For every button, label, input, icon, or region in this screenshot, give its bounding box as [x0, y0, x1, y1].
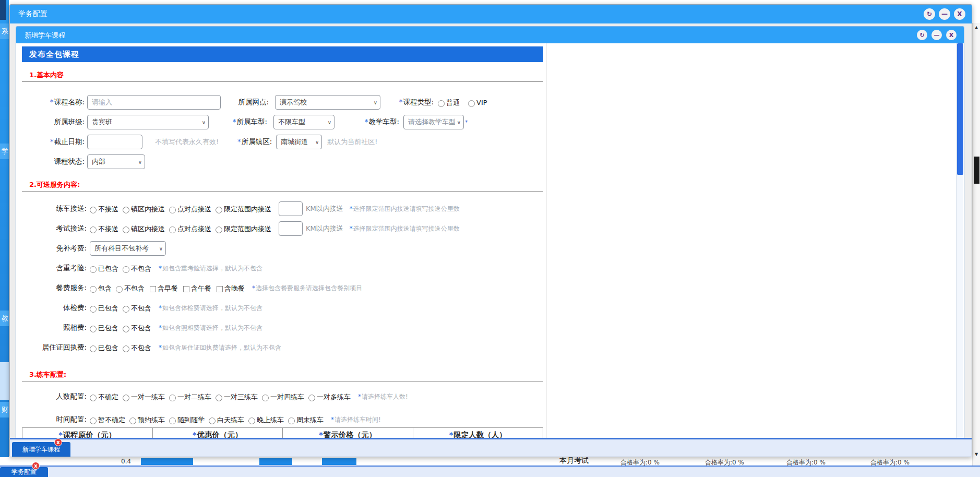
photo-radio-excluded[interactable]: 不包含: [123, 324, 151, 332]
inner-refresh-button[interactable]: ↻: [917, 30, 927, 40]
residence-radio-included[interactable]: 已包含: [90, 343, 118, 352]
course-name-input[interactable]: 请输入: [87, 95, 221, 110]
time-radio-3[interactable]: 白天练车: [209, 415, 244, 424]
practice-pickup-km-input[interactable]: [279, 201, 303, 216]
time-radio-2[interactable]: 随到随学: [169, 415, 205, 424]
dialog-scrollbar-thumb[interactable]: [957, 43, 963, 175]
sidebar-item-finance[interactable]: 财: [0, 402, 9, 418]
meal-radio-excluded[interactable]: 不包含: [116, 284, 145, 293]
practice-pickup-note: *选择限定范围内接送请填写接送公里数: [350, 205, 460, 213]
practice-pickup-radio-range[interactable]: 限定范围内接送: [216, 205, 271, 213]
practice-pickup-radio-none[interactable]: 不接送: [90, 205, 118, 213]
background-blue-bar: [141, 458, 193, 465]
meal-radio-included[interactable]: 包含: [90, 284, 112, 293]
physical-radio-included[interactable]: 已包含: [90, 304, 118, 313]
checkbox-icon: [217, 286, 223, 292]
radio-icon: [90, 226, 97, 233]
page-scrollbar[interactable]: ▲ ▼: [972, 23, 980, 466]
photo-radio-included[interactable]: 已包含: [90, 324, 118, 332]
inner-minimize-button[interactable]: —: [931, 30, 942, 40]
time-radio-5[interactable]: 周末练车: [288, 415, 324, 424]
people-radio-1[interactable]: 一对一练车: [123, 392, 165, 401]
exam-pickup-km-input[interactable]: [279, 221, 303, 236]
time-radio-4[interactable]: 晚上练车: [248, 415, 284, 424]
dialog-scrollbar[interactable]: [956, 43, 963, 438]
inner-close-button[interactable]: X: [946, 30, 957, 40]
radio-icon: [169, 395, 176, 401]
sidebar-item-label: 财: [2, 406, 8, 413]
form-row-practice-pickup: 练车接送: 不接送 镇区内接送 点对点接送 限定范围内接送 KM以内接送 *选择…: [22, 201, 546, 217]
form-row-basic-3: *截止日期: 不填写代表永久有效! *所属镇区: 南城街道∨ 默认为当前社区!: [22, 134, 546, 150]
sidebar-item-academic[interactable]: 学: [0, 144, 9, 159]
taskbar-tab-academic-config[interactable]: 学务配置: [0, 467, 48, 477]
meal-check-dinner[interactable]: 含晚餐: [217, 284, 245, 293]
physical-radio-excluded[interactable]: 不包含: [123, 304, 151, 313]
time-radio-0[interactable]: 暂不确定: [90, 415, 125, 424]
practice-pickup-radio-p2p[interactable]: 点对点接送: [169, 205, 211, 213]
sidebar-item-teaching[interactable]: 教: [0, 311, 9, 326]
people-radio-4[interactable]: 一对四练车: [262, 392, 304, 401]
monthly-exam-label: 本月考试: [559, 456, 589, 466]
retake-insurance-radio-included[interactable]: 已包含: [90, 264, 118, 273]
people-radio-3[interactable]: 一对三练车: [216, 392, 258, 401]
time-radio-1[interactable]: 预约练车: [129, 415, 165, 424]
deadline-input[interactable]: [87, 135, 142, 149]
outer-titlebar[interactable]: 学务配置 ↻ — X: [10, 5, 972, 23]
outer-refresh-button[interactable]: ↻: [924, 8, 935, 20]
required-mark: *: [465, 119, 468, 126]
status-select[interactable]: 内部∨: [87, 154, 145, 169]
price-table: *课程原价（元） *优惠价（元） *警示价格（元） *限定人数（人）: [22, 427, 543, 438]
meal-check-lunch[interactable]: 含午餐: [183, 284, 211, 293]
exam-pickup-radio-none[interactable]: 不接送: [90, 224, 118, 233]
radio-icon: [90, 418, 97, 424]
inner-titlebar[interactable]: 新增学车课程 ↻ — X: [16, 27, 964, 43]
retake-fee-label: 免补考费:: [22, 244, 87, 253]
district-note: 默认为当前社区!: [327, 137, 377, 147]
tab-close-badge[interactable]: x: [54, 438, 62, 446]
tab-close-badge[interactable]: x: [32, 462, 40, 470]
branch-select[interactable]: 演示驾校∨: [275, 95, 380, 110]
page-scrollbar-thumb[interactable]: [974, 157, 979, 184]
outer-minimize-button[interactable]: —: [939, 8, 950, 20]
scroll-up-icon[interactable]: ▲: [973, 25, 980, 30]
window-taskbar: 新增学车课程: [10, 438, 972, 457]
course-type-radio-vip[interactable]: VIP: [468, 98, 487, 107]
exam-pickup-radio-p2p[interactable]: 点对点接送: [169, 224, 211, 233]
district-select[interactable]: 南城街道∨: [276, 135, 322, 149]
exam-pickup-radio-town[interactable]: 镇区内接送: [123, 224, 165, 233]
sidebar-item-label: 教: [2, 314, 8, 322]
outer-close-button[interactable]: X: [954, 8, 965, 20]
close-icon: X: [949, 32, 953, 39]
scroll-down-icon[interactable]: ▼: [973, 452, 980, 457]
class-select[interactable]: 贵宾班∨: [87, 115, 209, 129]
residence-radio-excluded[interactable]: 不包含: [123, 343, 151, 352]
radio-icon: [90, 345, 97, 352]
form-row-residence: 居住证回执费: 已包含 不包含 *如包含居住证回执费请选择，默认为不包含: [22, 340, 546, 355]
retake-insurance-radio-excluded[interactable]: 不包含: [123, 264, 151, 273]
course-type-radio-normal[interactable]: 普通: [438, 98, 460, 107]
meal-note: *选择包含餐费服务请选择包含餐别项目: [252, 284, 362, 293]
meal-check-breakfast[interactable]: 含早餐: [150, 284, 178, 293]
refresh-icon: ↻: [927, 10, 932, 18]
retake-fee-select[interactable]: 所有科目不包补考∨: [90, 241, 166, 256]
sidebar-item-system[interactable]: 系: [0, 23, 9, 39]
section3-heading: 3.练车配置:: [29, 370, 546, 379]
people-radio-0[interactable]: 不确定: [90, 392, 118, 401]
teach-car-select[interactable]: 请选择教学车型∨: [403, 115, 464, 129]
taskbar-tab-new-course[interactable]: 新增学车课程: [12, 442, 70, 457]
practice-pickup-radio-town[interactable]: 镇区内接送: [123, 205, 165, 213]
car-type-select[interactable]: 不限车型∨: [273, 115, 334, 129]
radio-icon: [216, 226, 222, 233]
close-icon: X: [957, 10, 962, 18]
chevron-down-icon: ∨: [202, 120, 206, 125]
exam-pickup-note: *选择限定范围内接送请填写接送公里数: [350, 224, 460, 233]
exam-pickup-radio-range[interactable]: 限定范围内接送: [216, 224, 271, 233]
form-row-basic-1: *课程名称: 请输入 所属网点: 演示驾校∨ *课程类型: 普通 VIP: [22, 94, 546, 110]
people-radio-5[interactable]: 一对多练车: [308, 392, 351, 401]
people-radio-2[interactable]: 一对二练车: [169, 392, 211, 401]
teach-car-label: *教学车型:: [353, 117, 399, 127]
form-row-time-config: 时间配置: 暂不确定 预约练车 随到随学 白天练车 晚上练车 周末练车 *请选择…: [22, 412, 546, 427]
background-blue-bar: [322, 458, 356, 465]
close-icon: x: [34, 463, 37, 469]
form-row-retake-fee: 免补考费: 所有科目不包补考∨: [22, 241, 546, 256]
